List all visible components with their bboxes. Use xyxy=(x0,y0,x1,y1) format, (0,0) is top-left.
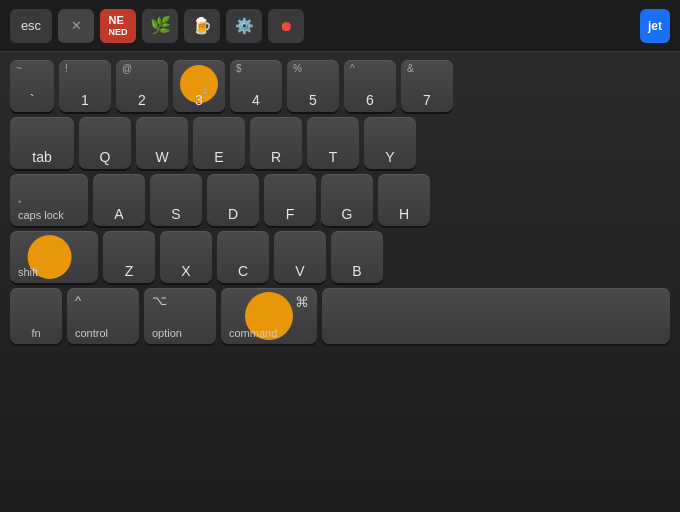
touchbar-close-btn[interactable]: ✕ xyxy=(58,9,94,43)
key-t[interactable]: T xyxy=(307,117,359,169)
key-top-label: ~ xyxy=(16,64,22,74)
capslock-label: caps lock xyxy=(18,209,64,221)
key-main-label: 6 xyxy=(366,93,374,107)
key-s[interactable]: S xyxy=(150,174,202,226)
key-option[interactable]: ⌥ option xyxy=(144,288,216,344)
key-v[interactable]: V xyxy=(274,231,326,283)
key-c[interactable]: C xyxy=(217,231,269,283)
shift-label: shift xyxy=(18,266,38,278)
touchbar-jet-btn[interactable]: jet xyxy=(640,9,670,43)
key-g[interactable]: G xyxy=(321,174,373,226)
key-main-label: 7 xyxy=(423,93,431,107)
key-main-label: 4 xyxy=(252,93,260,107)
key-b[interactable]: B xyxy=(331,231,383,283)
touch-bar: esc ✕ NENED 🌿 🍺 ⚙️ ⏺ jet xyxy=(0,0,680,52)
key-capslock[interactable]: • caps lock xyxy=(10,174,88,226)
key-top-label: & xyxy=(407,64,414,74)
option-arrow-icon: ⌥ xyxy=(152,293,167,308)
touchbar-settings-btn[interactable]: ⚙️ xyxy=(226,9,262,43)
key-5[interactable]: % 5 xyxy=(287,60,339,112)
key-y[interactable]: Y xyxy=(364,117,416,169)
tab-label: tab xyxy=(32,150,51,164)
gear-icon: ⚙️ xyxy=(235,17,254,35)
touchbar-beer-btn[interactable]: 🍺 xyxy=(184,9,220,43)
touchbar-leaf-btn[interactable]: 🌿 xyxy=(142,9,178,43)
key-main-label: W xyxy=(155,150,168,164)
key-top-label: # xyxy=(202,87,208,97)
key-1[interactable]: ! 1 xyxy=(59,60,111,112)
key-main-label: 2 xyxy=(138,93,146,107)
key-f[interactable]: F xyxy=(264,174,316,226)
qwerty-row: tab Q W E R T Y xyxy=(10,117,670,169)
key-main-label: ` xyxy=(30,93,35,107)
leaf-icon: 🌿 xyxy=(150,15,171,36)
control-label: control xyxy=(75,327,108,339)
key-main-label: D xyxy=(228,207,238,221)
key-6[interactable]: ^ 6 xyxy=(344,60,396,112)
key-main-label: S xyxy=(171,207,180,221)
key-control[interactable]: ^ control xyxy=(67,288,139,344)
key-main-label: C xyxy=(238,264,248,278)
control-caret: ^ xyxy=(75,293,81,308)
key-main-label: A xyxy=(114,207,123,221)
jet-label: jet xyxy=(648,19,662,33)
bottom-row: fn ^ control ⌥ option ⌘ command xyxy=(10,288,670,344)
record-icon: ⏺ xyxy=(279,18,293,34)
key-main-label: B xyxy=(352,264,361,278)
key-top-label: $ xyxy=(236,64,242,74)
key-x[interactable]: X xyxy=(160,231,212,283)
key-d[interactable]: D xyxy=(207,174,259,226)
key-main-label: F xyxy=(286,207,295,221)
capslock-dot: • xyxy=(18,197,21,207)
touchbar-ne-btn[interactable]: NENED xyxy=(100,9,136,43)
key-main-label: V xyxy=(295,264,304,278)
ne-icon: NENED xyxy=(108,15,127,37)
key-tab[interactable]: tab xyxy=(10,117,74,169)
key-q[interactable]: Q xyxy=(79,117,131,169)
key-fn[interactable]: fn xyxy=(10,288,62,344)
command-symbol-icon: ⌘ xyxy=(295,294,309,310)
touchbar-record-btn[interactable]: ⏺ xyxy=(268,9,304,43)
key-2[interactable]: @ 2 xyxy=(116,60,168,112)
key-r[interactable]: R xyxy=(250,117,302,169)
key-main-label: T xyxy=(329,150,338,164)
key-h[interactable]: H xyxy=(378,174,430,226)
key-main-label: E xyxy=(214,150,223,164)
key-3[interactable]: # 3 xyxy=(173,60,225,112)
keyboard-body: ~ ` ! 1 @ 2 # 3 $ 4 % 5 xyxy=(0,52,680,359)
key-e[interactable]: E xyxy=(193,117,245,169)
key-main-label: Y xyxy=(385,150,394,164)
beer-icon: 🍺 xyxy=(192,16,212,35)
key-w[interactable]: W xyxy=(136,117,188,169)
key-top-label: @ xyxy=(122,64,132,74)
key-main-label: R xyxy=(271,150,281,164)
fn-label: fn xyxy=(31,327,40,339)
key-7[interactable]: & 7 xyxy=(401,60,453,112)
key-z[interactable]: Z xyxy=(103,231,155,283)
key-main-label: Z xyxy=(125,264,134,278)
zxcv-row: shift Z X C V B xyxy=(10,231,670,283)
key-command[interactable]: ⌘ command xyxy=(221,288,317,344)
key-top-label: % xyxy=(293,64,302,74)
keyboard-container: esc ✕ NENED 🌿 🍺 ⚙️ ⏺ jet xyxy=(0,0,680,512)
esc-label: esc xyxy=(21,18,41,33)
key-main-label: 3 xyxy=(195,93,203,107)
number-row: ~ ` ! 1 @ 2 # 3 $ 4 % 5 xyxy=(10,60,670,112)
asdf-row: • caps lock A S D F G H xyxy=(10,174,670,226)
command-label: command xyxy=(229,327,277,339)
key-main-label: 1 xyxy=(81,93,89,107)
key-main-label: 5 xyxy=(309,93,317,107)
key-4[interactable]: $ 4 xyxy=(230,60,282,112)
option-label: option xyxy=(152,327,182,339)
key-tilde[interactable]: ~ ` xyxy=(10,60,54,112)
key-main-label: H xyxy=(399,207,409,221)
key-top-label: ! xyxy=(65,64,68,74)
esc-key[interactable]: esc xyxy=(10,9,52,43)
key-main-label: Q xyxy=(100,150,111,164)
close-icon: ✕ xyxy=(71,18,82,33)
key-a[interactable]: A xyxy=(93,174,145,226)
key-shift-left[interactable]: shift xyxy=(10,231,98,283)
key-main-label: X xyxy=(181,264,190,278)
key-top-label: ^ xyxy=(350,64,355,74)
key-space[interactable] xyxy=(322,288,670,344)
